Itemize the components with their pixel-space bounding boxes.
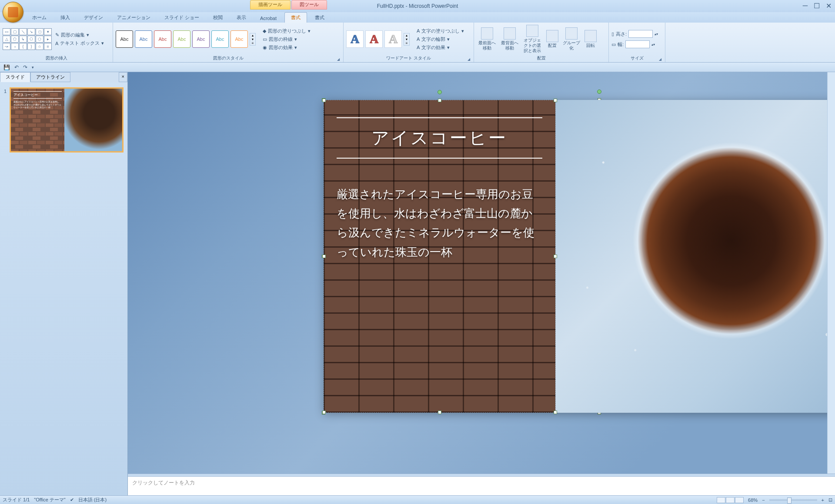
bring-front-icon bbox=[481, 27, 493, 40]
group-label-size: サイズ◢ bbox=[611, 55, 662, 62]
close-button[interactable]: ✕ bbox=[826, 2, 832, 10]
office-button[interactable] bbox=[3, 2, 23, 23]
selection-pane-button[interactable]: オブジェクトの選択と表示 bbox=[522, 25, 543, 53]
panel-tab-slides[interactable]: スライド bbox=[0, 72, 30, 82]
gallery-down-icon[interactable]: ▾ bbox=[250, 37, 255, 41]
qat-customize-icon[interactable]: ▾ bbox=[32, 65, 34, 70]
text-box-icon: A bbox=[55, 41, 58, 46]
wa-gallery-down-icon[interactable]: ▾ bbox=[404, 37, 409, 41]
text-outline-button[interactable]: A文字の輪郭 ▾ bbox=[415, 36, 466, 43]
gallery-more-icon[interactable]: ≡ bbox=[250, 41, 255, 45]
rotate-button[interactable]: 回転 bbox=[583, 25, 598, 53]
bring-to-front-button[interactable]: 最前面へ移動 bbox=[477, 25, 498, 53]
tab-format-drawing[interactable]: 書式 bbox=[284, 12, 307, 23]
dialog-launcher-icon[interactable]: ◢ bbox=[337, 57, 340, 61]
minimize-button[interactable]: ─ bbox=[803, 2, 808, 10]
shape-style-6[interactable]: Abc bbox=[211, 30, 229, 48]
align-button[interactable]: 配置 bbox=[544, 25, 560, 53]
rotate-icon bbox=[584, 30, 597, 42]
thumbnail-number: 1 bbox=[4, 89, 7, 94]
wordart-style-1[interactable]: A bbox=[346, 30, 364, 48]
shape-style-1[interactable]: Abc bbox=[116, 30, 133, 48]
align-icon bbox=[546, 30, 558, 42]
spinner-icon[interactable]: ▴▾ bbox=[655, 32, 658, 36]
tab-home[interactable]: ホーム bbox=[26, 13, 53, 23]
view-sorter-button[interactable] bbox=[726, 497, 735, 503]
spellcheck-icon[interactable]: ✔ bbox=[70, 497, 74, 503]
spinner-icon[interactable]: ▴▾ bbox=[651, 43, 655, 46]
panel-tab-outline[interactable]: アウトライン bbox=[30, 72, 70, 82]
wa-gallery-more-icon[interactable]: ≡ bbox=[404, 41, 409, 45]
text-fill-icon: A bbox=[417, 28, 420, 33]
status-language[interactable]: 日本語 (日本) bbox=[78, 497, 107, 503]
vertical-scrollbar[interactable] bbox=[827, 72, 835, 474]
tab-insert[interactable]: 挿入 bbox=[54, 13, 76, 23]
ribbon-tabs: ホーム 挿入 デザイン アニメーション スライド ショー 校閲 表示 Acrob… bbox=[0, 12, 835, 23]
shape-style-2[interactable]: Abc bbox=[135, 30, 152, 48]
shape-style-7[interactable]: Abc bbox=[230, 30, 248, 48]
slide-editor[interactable]: アイスコーヒー 厳選されたアイスコーヒー専用のお豆を使用し、水はわざわざ富士山の… bbox=[128, 72, 835, 495]
panel-close-icon[interactable]: × bbox=[119, 72, 127, 82]
zoom-slider[interactable] bbox=[769, 499, 817, 501]
tab-design[interactable]: デザイン bbox=[78, 13, 109, 23]
tab-slideshow[interactable]: スライド ショー bbox=[158, 13, 205, 23]
text-effects-icon: A bbox=[417, 45, 420, 50]
shape-style-4[interactable]: Abc bbox=[173, 30, 190, 48]
wordart-style-3[interactable]: A bbox=[384, 30, 402, 48]
shape-style-5[interactable]: Abc bbox=[192, 30, 210, 48]
contextual-tab-picture-tools[interactable]: 図ツール bbox=[291, 0, 327, 10]
view-slideshow-button[interactable] bbox=[735, 497, 744, 503]
zoom-level[interactable]: 68% bbox=[748, 497, 758, 503]
rotation-handle-icon[interactable] bbox=[597, 90, 601, 94]
zoom-out-button[interactable]: − bbox=[762, 497, 765, 503]
view-normal-button[interactable] bbox=[717, 497, 725, 503]
wordart-style-2[interactable]: A bbox=[365, 30, 383, 48]
status-theme: "Office テーマ" bbox=[34, 497, 65, 503]
undo-icon[interactable]: ↶ bbox=[14, 64, 19, 70]
coffee-image[interactable] bbox=[555, 100, 835, 413]
shapes-gallery[interactable]: ▭▢＼↘◻▾ △⬠↳⎔⬡▸ ↝⬨{}☆≡ bbox=[3, 28, 52, 50]
text-outline-icon: A bbox=[417, 36, 420, 42]
tab-animations[interactable]: アニメーション bbox=[111, 13, 157, 23]
wordart-gallery[interactable]: A A A bbox=[346, 30, 402, 48]
status-bar: スライド 1/1 "Office テーマ" ✔ 日本語 (日本) 68% − +… bbox=[0, 495, 835, 504]
group-icon bbox=[565, 27, 578, 40]
gallery-up-icon[interactable]: ▴ bbox=[250, 33, 255, 37]
width-icon: ▭ bbox=[611, 42, 616, 47]
thumb-title: アイスコーヒー bbox=[13, 91, 62, 99]
text-box-button[interactable]: Aテキスト ボックス ▾ bbox=[53, 40, 106, 47]
edit-shape-button[interactable]: ✎図形の編集 ▾ bbox=[53, 31, 106, 39]
rotation-handle-icon[interactable] bbox=[438, 90, 442, 94]
workspace: スライド アウトライン × 1 アイスコーヒー 厳選されたアイスコーヒー専用のお… bbox=[0, 72, 835, 495]
shape-fill-button[interactable]: ◆図形の塗りつぶし ▾ bbox=[261, 27, 312, 35]
text-fill-button[interactable]: A文字の塗りつぶし ▾ bbox=[415, 27, 466, 35]
group-button[interactable]: グループ化 bbox=[562, 25, 581, 53]
shape-style-3[interactable]: Abc bbox=[154, 30, 171, 48]
fit-window-button[interactable]: ⊡ bbox=[828, 497, 832, 503]
width-input[interactable] bbox=[625, 40, 650, 48]
notes-pane[interactable]: クリックしてノートを入力 bbox=[128, 476, 835, 495]
zoom-in-button[interactable]: + bbox=[822, 497, 824, 503]
selection-textbox[interactable] bbox=[324, 100, 556, 413]
contextual-tab-drawing-tools[interactable]: 描画ツール bbox=[250, 0, 291, 10]
shape-styles-gallery[interactable]: Abc Abc Abc Abc Abc Abc Abc bbox=[116, 30, 248, 48]
maximize-button[interactable]: ☐ bbox=[814, 2, 820, 10]
height-input[interactable] bbox=[628, 30, 653, 38]
tab-view[interactable]: 表示 bbox=[230, 13, 252, 23]
dialog-launcher-icon[interactable]: ◢ bbox=[468, 57, 470, 61]
shape-outline-button[interactable]: ▭図形の枠線 ▾ bbox=[261, 36, 312, 43]
slide-thumbnail-1[interactable]: 1 アイスコーヒー 厳選されたアイスコーヒー専用のお豆を使用し、水はわざわざ富士… bbox=[10, 87, 124, 153]
tab-format-picture[interactable]: 書式 bbox=[309, 13, 331, 23]
dialog-launcher-icon[interactable]: ◢ bbox=[659, 57, 661, 61]
group-label-wordart: ワードアート スタイル◢ bbox=[346, 55, 471, 62]
send-to-back-button[interactable]: 最背面へ移動 bbox=[499, 25, 520, 53]
wa-gallery-up-icon[interactable]: ▴ bbox=[404, 33, 409, 37]
save-icon[interactable]: 💾 bbox=[3, 64, 10, 70]
status-slide-count: スライド 1/1 bbox=[3, 497, 30, 503]
shape-effects-button[interactable]: ◉図形の効果 ▾ bbox=[261, 44, 312, 51]
text-effects-button[interactable]: A文字の効果 ▾ bbox=[415, 44, 466, 51]
title-bar: 描画ツール 図ツール FullHD.pptx - Microsoft Power… bbox=[0, 0, 835, 12]
tab-review[interactable]: 校閲 bbox=[207, 13, 229, 23]
redo-icon[interactable]: ↷ bbox=[23, 64, 27, 70]
tab-acrobat[interactable]: Acrobat bbox=[254, 14, 283, 23]
